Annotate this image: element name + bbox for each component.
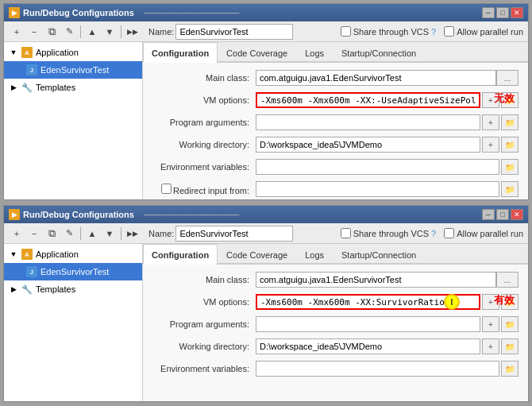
workdir-label-2: Working directory:	[152, 342, 256, 351]
form-row-env-2: Environment variables: 📁	[152, 360, 519, 377]
main-class-browse-2[interactable]: ...	[496, 272, 519, 288]
main-class-browse-1[interactable]: ...	[496, 70, 519, 86]
workdir-folder-btn-2[interactable]: 📁	[501, 338, 519, 354]
name-input-1[interactable]	[175, 24, 293, 40]
args-input-1[interactable]	[256, 114, 480, 130]
form-row-env-1: Environment variables: 📁	[152, 158, 519, 176]
window-title-1: Run/Debug Configurations	[23, 8, 134, 17]
toolbar-1: + − ⧉ ✎ ▲ ▼ ▶▶ Name: Share through VCS ?…	[4, 21, 528, 42]
title-controls-2: ─ □ ✕	[482, 209, 523, 220]
workdir-input-1[interactable]	[256, 137, 480, 153]
args-folder-btn-2[interactable]: 📁	[501, 316, 519, 332]
tab-logs-1[interactable]: Logs	[296, 42, 333, 63]
workdir-input-2[interactable]	[256, 338, 480, 354]
form-row-vm-2: VM options: I + 📁 有效	[152, 293, 519, 311]
args-input-2[interactable]	[256, 316, 480, 332]
vm-options-label-2: VM options:	[152, 297, 256, 307]
parallel-checkbox-2[interactable]	[444, 228, 454, 238]
name-input-2[interactable]	[175, 226, 293, 242]
down-btn-1[interactable]: ▼	[102, 24, 118, 40]
tree-item-application-2[interactable]: ▼ A Application	[4, 246, 142, 263]
maximize-btn-1[interactable]: □	[496, 7, 509, 18]
redirect-label-1: Redirect input from:	[152, 184, 256, 195]
env-label-1: Environment variables:	[152, 162, 256, 172]
down-btn-2[interactable]: ▼	[102, 226, 118, 242]
tree-item-eden-2[interactable]: J EdenSurvivorTest	[4, 263, 142, 280]
add-btn-1[interactable]: +	[9, 24, 25, 40]
args-expand-btn-1[interactable]: +	[482, 114, 499, 130]
maximize-btn-2[interactable]: □	[496, 209, 509, 220]
remove-btn-2[interactable]: −	[26, 226, 42, 242]
redirect-browse-btn-1[interactable]: 📁	[501, 181, 519, 197]
minimize-btn-2[interactable]: ─	[482, 209, 495, 220]
main-class-input-1[interactable]	[256, 70, 496, 86]
args-folder-btn-1[interactable]: 📁	[501, 114, 519, 130]
workdir-folder-btn-1[interactable]: 📁	[501, 137, 519, 153]
right-panel-2: Configuration Code Coverage Logs Startup…	[143, 244, 528, 401]
app-icon: ▶	[9, 7, 20, 18]
workdir-expand-btn-1[interactable]: +	[482, 137, 499, 153]
tab-startup-2[interactable]: Startup/Connection	[333, 244, 425, 265]
share-vcs-checkbox-1[interactable]	[341, 26, 351, 37]
tab-coverage-1[interactable]: Code Coverage	[218, 42, 296, 63]
tab-startup-1[interactable]: Startup/Connection	[333, 42, 425, 63]
app-icon-2: ▶	[9, 209, 20, 220]
tab-coverage-2[interactable]: Code Coverage	[218, 244, 296, 265]
redirect-checkbox-1[interactable]	[161, 184, 172, 194]
workdir-btn-group-1: + 📁	[482, 137, 519, 153]
parallel-run-2: Allow parallel run	[444, 228, 523, 238]
minimize-btn-1[interactable]: ─	[482, 7, 495, 18]
expand-icon-templates-1: ▶	[9, 83, 18, 92]
form-row-vm-1: VM options: + 📁 无效	[152, 91, 519, 109]
close-btn-1[interactable]: ✕	[511, 7, 523, 18]
remove-btn-1[interactable]: −	[26, 24, 42, 40]
share-vcs-help-1[interactable]: ?	[431, 27, 436, 37]
share-vcs-2: Share through VCS ?	[341, 228, 437, 238]
env-input-2[interactable]	[256, 361, 499, 377]
up-btn-1[interactable]: ▲	[84, 24, 100, 40]
tab-logs-2[interactable]: Logs	[296, 244, 333, 265]
templates-label-2: Templates	[36, 284, 75, 294]
env-btn-group-2: 📁	[501, 361, 519, 377]
copy-btn-1[interactable]: ⧉	[44, 24, 60, 40]
youxiao-label-2: 有效	[494, 293, 515, 307]
more-btn-2[interactable]: ▶▶	[125, 226, 141, 242]
share-vcs-checkbox-2[interactable]	[341, 228, 351, 238]
args-btn-group-1: + 📁	[482, 114, 519, 130]
templates-label-1: Templates	[36, 83, 75, 92]
main-class-input-2[interactable]	[256, 272, 496, 288]
wrench-icon-1: 🔧	[21, 83, 33, 93]
up-btn-2[interactable]: ▲	[84, 226, 100, 242]
redirect-btn-group-1: 📁	[501, 181, 519, 197]
close-btn-2[interactable]: ✕	[511, 209, 523, 220]
more-btn-1[interactable]: ▶▶	[125, 24, 141, 40]
tree-item-templates-2[interactable]: ▶ 🔧 Templates	[4, 280, 142, 298]
args-expand-btn-2[interactable]: +	[482, 316, 499, 332]
java-icon-2: J	[26, 266, 37, 277]
env-input-1[interactable]	[256, 159, 499, 175]
expand-icon-2: ▼	[9, 249, 18, 259]
tree-item-eden-1[interactable]: J EdenSurvivorTest	[4, 61, 142, 79]
eden-label-1: EdenSurvivorTest	[40, 65, 109, 75]
tree-item-application-1[interactable]: ▼ A Application	[4, 44, 142, 61]
env-browse-btn-2[interactable]: 📁	[501, 361, 519, 377]
share-vcs-help-2[interactable]: ?	[431, 229, 436, 238]
parallel-checkbox-1[interactable]	[444, 26, 454, 37]
window-title-2: Run/Debug Configurations	[23, 210, 134, 219]
title-controls-1: ─ □ ✕	[482, 7, 523, 18]
add-btn-2[interactable]: +	[9, 226, 25, 242]
tab-configuration-2[interactable]: Configuration	[143, 244, 218, 265]
env-label-2: Environment variables:	[152, 364, 256, 373]
tree-item-templates-1[interactable]: ▶ 🔧 Templates	[4, 79, 142, 96]
edit-btn-1[interactable]: ✎	[61, 24, 77, 40]
application-label-1: Application	[36, 48, 79, 57]
edit-btn-2[interactable]: ✎	[61, 226, 77, 242]
tab-configuration-1[interactable]: Configuration	[143, 42, 218, 63]
sep-3	[80, 227, 81, 240]
java-icon-1: J	[26, 64, 37, 75]
env-browse-btn-1[interactable]: 📁	[501, 159, 519, 175]
copy-btn-2[interactable]: ⧉	[44, 226, 60, 242]
vm-options-input-1[interactable]	[256, 92, 480, 108]
workdir-expand-btn-2[interactable]: +	[482, 338, 499, 354]
redirect-input-1[interactable]	[256, 181, 499, 197]
